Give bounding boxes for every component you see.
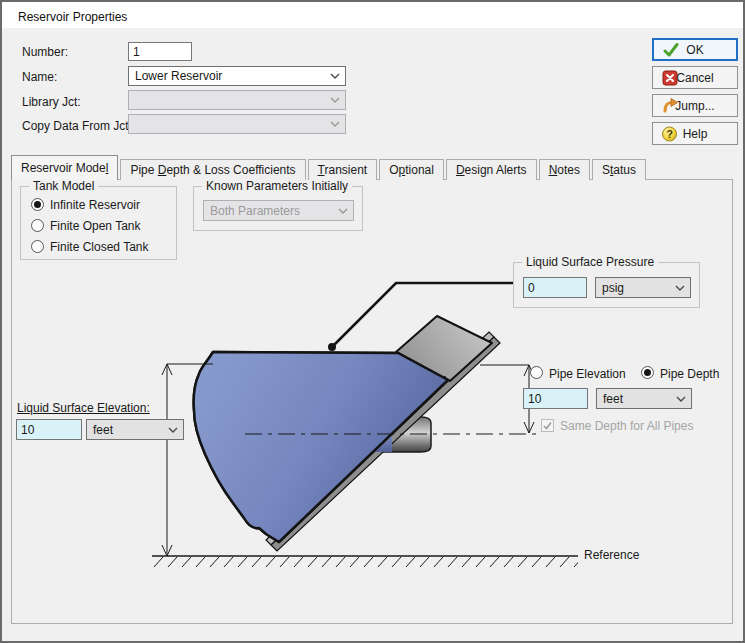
jump-button-label: Jump...	[675, 99, 714, 113]
pipe-elevation-label: Pipe Elevation	[549, 367, 626, 381]
library-jct-combo	[128, 90, 346, 110]
name-label: Name:	[22, 70, 57, 84]
name-combo[interactable]: Lower Reservoir	[128, 66, 346, 86]
surface-pressure-title: Liquid Surface Pressure	[522, 255, 658, 269]
infinite-reservoir-radio[interactable]	[31, 198, 44, 211]
pipe-depth-unit-combo[interactable]: feet	[596, 388, 692, 409]
pressure-unit-value: psig	[602, 281, 624, 295]
same-depth-label: Same Depth for All Pipes	[560, 419, 693, 433]
surface-pressure-group: Liquid Surface Pressure psig	[513, 262, 700, 308]
chevron-down-icon	[168, 427, 178, 433]
tab-pipe-depth-loss-coefficients[interactable]: Pipe Depth & Loss Coefficients	[120, 159, 305, 180]
number-label: Number:	[22, 45, 68, 59]
pipe-depth-unit-value: feet	[603, 392, 623, 406]
tab-transient[interactable]: Transient	[308, 159, 378, 180]
jump-arrow-icon	[662, 98, 678, 114]
reference-label: Reference	[584, 548, 639, 562]
help-button-label: Help	[683, 127, 708, 141]
same-depth-checkbox	[541, 419, 554, 432]
surface-elevation-unit-combo[interactable]: feet	[86, 419, 184, 440]
cancel-button[interactable]: Cancel	[652, 66, 738, 89]
name-combo-value: Lower Reservoir	[135, 69, 222, 83]
copy-data-label: Copy Data From Jct...	[22, 119, 139, 133]
tank-model-title: Tank Model	[29, 179, 98, 193]
tab-reservoir-model[interactable]: Reservoir Model	[11, 155, 118, 180]
finite-closed-tank-label: Finite Closed Tank	[50, 240, 149, 254]
tab-optional[interactable]: Optional	[379, 159, 444, 180]
x-icon	[662, 70, 678, 86]
surface-pressure-input[interactable]	[523, 277, 587, 298]
pressure-unit-combo[interactable]: psig	[595, 277, 691, 298]
library-jct-label: Library Jct:	[22, 95, 81, 109]
finite-closed-tank-radio[interactable]	[31, 240, 44, 253]
known-parameters-group: Known Parameters Initially Both Paramete…	[193, 186, 363, 231]
chevron-down-icon	[330, 97, 340, 103]
check-icon	[542, 420, 553, 431]
pipe-elevation-radio[interactable]	[530, 366, 543, 379]
chevron-down-icon	[338, 208, 348, 214]
ok-button-label: OK	[686, 43, 703, 57]
copy-data-combo	[128, 114, 346, 134]
pipe-depth-input[interactable]	[523, 388, 588, 409]
title-bar[interactable]: Reservoir Properties	[2, 2, 743, 28]
tab-strip: Reservoir Model Pipe Depth & Loss Coeffi…	[11, 156, 648, 180]
cancel-button-label: Cancel	[676, 71, 713, 85]
finite-open-tank-radio[interactable]	[31, 219, 44, 232]
tab-status[interactable]: Status	[592, 159, 646, 180]
known-parameters-combo: Both Parameters	[203, 200, 354, 221]
ground-hatching	[152, 557, 578, 568]
surface-elevation-input[interactable]	[16, 419, 82, 440]
pipe-depth-label: Pipe Depth	[660, 367, 719, 381]
surface-elevation-label: Liquid Surface Elevation:	[17, 401, 150, 415]
help-button[interactable]: ? Help	[652, 122, 738, 145]
window-title: Reservoir Properties	[18, 10, 127, 24]
jump-button[interactable]: Jump...	[652, 94, 738, 117]
check-icon	[663, 42, 679, 58]
question-mark-icon: ?	[662, 126, 677, 141]
surface-elevation-unit-value: feet	[93, 423, 113, 437]
tank-model-group: Tank Model Infinite Reservoir Finite Ope…	[20, 186, 177, 260]
finite-open-tank-label: Finite Open Tank	[50, 219, 141, 233]
chevron-down-icon	[330, 121, 340, 127]
number-input[interactable]	[128, 42, 192, 61]
chevron-down-icon	[330, 73, 340, 79]
infinite-reservoir-label: Infinite Reservoir	[50, 198, 140, 212]
known-parameters-title: Known Parameters Initially	[202, 179, 352, 193]
tab-design-alerts[interactable]: Design Alerts	[446, 159, 537, 180]
chevron-down-icon	[676, 396, 686, 402]
chevron-down-icon	[675, 285, 685, 291]
known-parameters-value: Both Parameters	[210, 204, 300, 218]
pipe-depth-radio[interactable]	[641, 366, 654, 379]
ok-button[interactable]: OK	[652, 38, 738, 61]
tab-notes[interactable]: Notes	[539, 159, 590, 180]
